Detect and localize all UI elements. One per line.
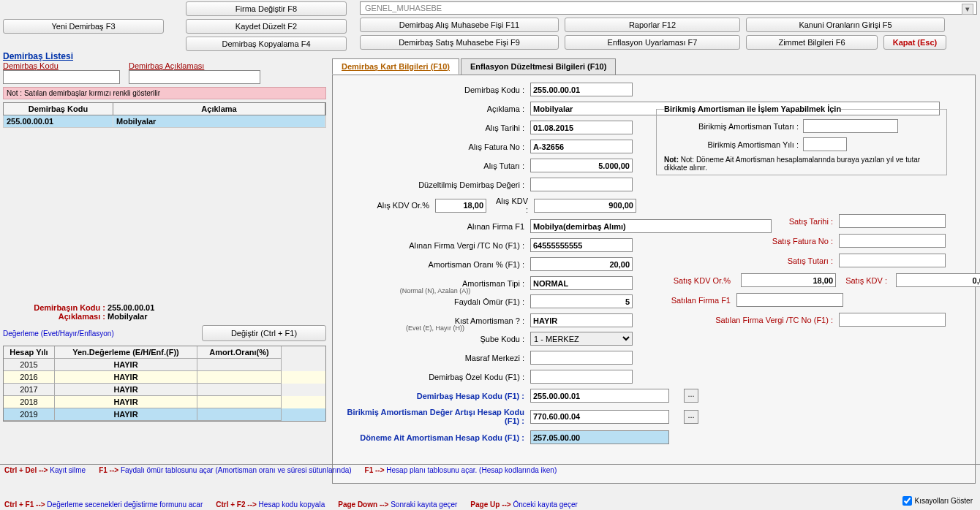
lookup-button-2[interactable]: ... (684, 410, 698, 424)
vt-cell[interactable]: 2017 (4, 384, 55, 396)
lbl-kdv: Alış KDV : (486, 197, 534, 214)
summary-code-lbl: Demirbaşın Kodu : (3, 303, 105, 312)
f-key: F1 --> (365, 466, 385, 474)
vt-h2: Yen.Değerleme (E/H/Enf.(F)) (55, 346, 197, 359)
show-shortcuts-checkbox[interactable] (902, 496, 912, 506)
inp-amort-oran[interactable] (530, 257, 633, 271)
inp-faydali[interactable] (530, 294, 633, 308)
inp-vergi-no[interactable] (530, 238, 633, 252)
inp-alis-tarihi[interactable] (530, 121, 633, 134)
inp-satis-kdvor[interactable] (741, 273, 836, 287)
lbl-birik-hesap: Birikmiş Amortisman Değer Artışı Hesap K… (340, 408, 530, 425)
lbl-alis-tutari: Alış Tutarı : (340, 161, 530, 170)
lbl-donem: Döneme Ait Amortisman Hesap Kodu (F1) : (340, 433, 530, 442)
lbl-birik-tutar: Birikmiş Amortisman Tutarı : (664, 122, 803, 131)
filter-desc-label: Demirbaş Açıklaması (129, 61, 260, 70)
reports-button[interactable]: Raporlar F12 (565, 18, 740, 32)
legal-rates-button[interactable]: Kanuni Oranların Girişi F5 (746, 18, 945, 32)
f-txt: Sonraki kayıta geçer (391, 501, 457, 509)
inp-birik-yil[interactable] (803, 137, 847, 151)
valuation-table: Hesap Yılı Yen.Değerleme (E/H/Enf.(F)) A… (3, 346, 326, 422)
inp-fatura-no[interactable] (530, 140, 633, 153)
f-txt: Değerleme secenekleri değistirme formunu… (47, 501, 203, 509)
summary-desc-val: Mobilyalar (108, 312, 147, 321)
vt-cell[interactable] (197, 371, 282, 384)
context-dropdown[interactable]: GENEL_MUHASEBE (360, 1, 977, 15)
assignment-info-button[interactable]: Zimmet Bilgileri F6 (746, 35, 878, 50)
change-company-button[interactable]: Firma Değiştir F8 (186, 1, 347, 16)
vt-cell[interactable]: HAYIR (55, 371, 197, 384)
vt-cell[interactable] (197, 384, 282, 396)
f-key: Page Down --> (338, 501, 388, 509)
inp-kodu[interactable] (530, 83, 633, 96)
copy-button[interactable]: Demirbaş Kopyalama F4 (186, 37, 347, 51)
inp-kdv-or[interactable] (435, 199, 486, 213)
inp-satis-fatura[interactable] (839, 234, 946, 248)
lbl-satilan-vergi: Satılan Firma Vergi /TC No (F1) : (656, 316, 839, 324)
row-code-cell: 255.00.00.01 (4, 115, 113, 127)
summary-desc-lbl: Açıklaması : (3, 312, 105, 321)
purchase-voucher-button[interactable]: Demirbaş Alış Muhasebe Fişi F11 (360, 18, 559, 32)
inp-amort-tipi[interactable] (530, 276, 633, 290)
inp-alis-tutari[interactable] (530, 159, 633, 172)
list-row[interactable]: 255.00.00.01 Mobilyalar (3, 115, 326, 128)
lbl-ozel: Demirbaş Özel Kodu (F1) : (340, 373, 530, 381)
lookup-button-1[interactable]: ... (684, 389, 698, 403)
accumulated-legend: Birikmiş Amortisman ile İşlem Yapabilmek… (664, 104, 841, 113)
inp-birik-hesap[interactable] (530, 410, 669, 424)
accumulated-note: Not: Not: Döneme Ait Amortisman hesaplam… (664, 156, 939, 172)
sel-sube[interactable]: 1 - MERKEZ (530, 332, 633, 346)
inp-donem[interactable] (530, 430, 669, 444)
lbl-fatura-no: Alış Fatura No : (340, 142, 530, 151)
inp-satilan-firma[interactable] (736, 293, 843, 307)
inp-kist[interactable] (530, 313, 633, 327)
tab-inflation-info[interactable]: Enflasyon Düzeltmesi Bilgileri (F10) (461, 58, 616, 75)
inp-hesap[interactable] (530, 389, 669, 403)
lbl-kist: Kıst Amortisman ? : (340, 316, 530, 325)
f-txt: Faydalı ömür tablosunu açar (Amortisman … (121, 466, 352, 474)
new-button[interactable]: Yeni Demirbaş F3 (3, 19, 164, 34)
lbl-amort-tipi: Amortisman Tipi : (340, 279, 530, 288)
vt-cell[interactable]: 2018 (4, 396, 55, 408)
f-key: Ctrl + Del --> (4, 466, 48, 474)
filter-desc-input[interactable] (129, 70, 260, 84)
inp-duzeltilmis[interactable] (530, 178, 633, 191)
vt-cell[interactable]: 2019 (4, 408, 55, 421)
vt-cell[interactable] (197, 408, 282, 421)
inp-ozel[interactable] (530, 370, 633, 384)
inflation-adjust-button[interactable]: Enflasyon Uyarlaması F7 (565, 35, 740, 50)
vt-cell[interactable]: 2015 (4, 359, 55, 371)
vt-cell[interactable] (197, 359, 282, 371)
vt-cell[interactable]: HAYIR (55, 408, 197, 421)
vt-cell[interactable]: HAYIR (55, 384, 197, 396)
shortcut-bar: Ctrl + Del --> Kayıt silme F1 --> Faydal… (0, 464, 980, 510)
vt-cell[interactable] (197, 396, 282, 408)
sub-kist: (Evet (E), Hayır (H)) (340, 324, 530, 332)
col-desc: Açıklama (113, 103, 325, 115)
accumulated-box: Birikmiş Amortisman ile İşlem Yapabilmek… (656, 104, 947, 175)
vt-cell[interactable]: HAYIR (55, 396, 197, 408)
save-button[interactable]: Kaydet Düzelt F2 (186, 19, 347, 34)
vt-cell[interactable]: HAYIR (55, 359, 197, 371)
inp-kdv[interactable] (534, 199, 636, 213)
change-button[interactable]: Değiştir (Ctrl + F1) (202, 325, 326, 341)
inp-satis-tutar[interactable] (839, 254, 946, 267)
inp-birik-tutar[interactable] (803, 119, 898, 133)
valuation-link[interactable]: Değerleme (Evet/Hayır/Enflasyon) (3, 330, 202, 338)
vt-cell[interactable]: 2016 (4, 371, 55, 384)
summary-code-val: 255.00.00.01 (108, 303, 154, 312)
tab-card-info[interactable]: Demirbaş Kart Bilgileri (F10) (332, 58, 459, 75)
sold-note: Not : Satılan demirbaşlar kırmızı renkli… (3, 87, 326, 99)
f-txt: Hesap kodu kopyala (259, 501, 325, 509)
lbl-alinan-firma: Alınan Firma F1 (340, 222, 530, 231)
inp-satilan-vergi[interactable] (839, 313, 946, 327)
lbl-vergi-no: Alınan Firma Vergi /TC No (F1) : (340, 241, 530, 250)
sale-voucher-button[interactable]: Demirbaş Satış Muhasebe Fişi F9 (360, 35, 559, 50)
inp-satis-kdv[interactable] (896, 273, 980, 287)
inp-satis-tarihi[interactable] (839, 214, 946, 228)
inp-masraf[interactable] (530, 351, 633, 365)
close-button[interactable]: Kapat (Esc) (883, 35, 946, 50)
row-desc-cell: Mobilyalar (113, 115, 325, 127)
show-shortcuts-check[interactable]: Kısayolları Göster (902, 496, 973, 506)
filter-code-input[interactable] (3, 70, 120, 84)
